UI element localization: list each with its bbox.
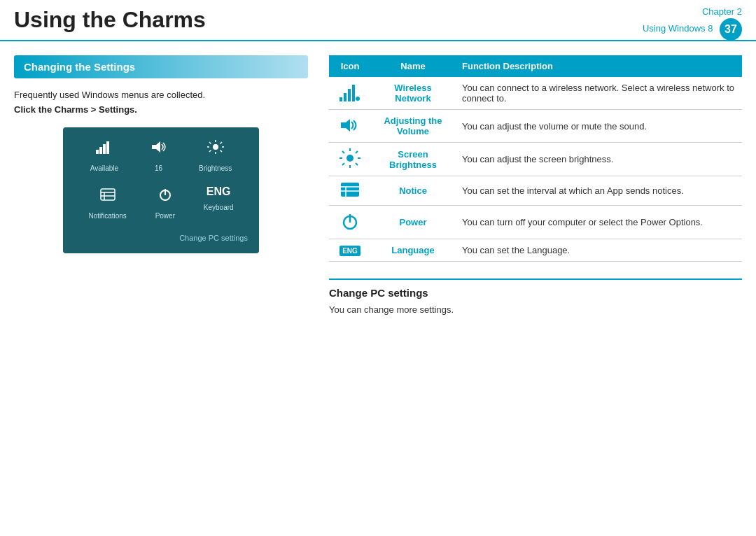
- desc-cell-brightness: You can adjust the screen brightness.: [455, 143, 742, 176]
- icon-cell-language: ENG: [329, 239, 371, 262]
- settings-item-available: Available: [90, 139, 118, 174]
- svg-line-13: [209, 150, 211, 153]
- svg-line-10: [209, 142, 211, 144]
- col-icon: Icon: [329, 55, 371, 77]
- settings-item-keyboard-label: Keyboard: [204, 204, 234, 211]
- svg-rect-35: [341, 183, 359, 197]
- brightness-icon-mock: [199, 139, 232, 158]
- settings-item-power-label: Power: [155, 212, 175, 220]
- table-header-row: Icon Name Function Description: [329, 55, 742, 77]
- icon-cell-power: [329, 206, 371, 239]
- icon-cell-brightness: [329, 143, 371, 176]
- bottom-section: Change PC settings You can change more s…: [329, 278, 742, 315]
- brightness-icon: [340, 160, 360, 170]
- col-name: Name: [371, 55, 455, 77]
- name-cell-language: Language: [371, 239, 455, 262]
- settings-item-volume-label: 16: [155, 164, 162, 172]
- settings-item-power: Power: [155, 186, 175, 221]
- svg-line-33: [356, 151, 358, 153]
- desc-cell-wifi: You can connect to a wireless network. S…: [455, 77, 742, 110]
- intro-bold: Charms > Settings: [55, 104, 135, 115]
- col-description: Function Description: [455, 55, 742, 77]
- name-cell-notice: Notice: [371, 176, 455, 206]
- table-row: ScreenBrightness You can adjust the scre…: [329, 143, 742, 176]
- svg-point-5: [213, 144, 218, 150]
- svg-rect-3: [106, 141, 109, 154]
- name-cell-brightness: ScreenBrightness: [371, 143, 455, 176]
- table-row: WirelessNetwork You can connect to a wir…: [329, 77, 742, 110]
- wifi-icon: [338, 93, 362, 104]
- chapter-number: 37: [720, 18, 742, 41]
- desc-cell-power: You can turn off your computer or select…: [455, 206, 742, 239]
- name-cell-power: Power: [371, 206, 455, 239]
- svg-rect-1: [99, 147, 102, 154]
- icon-cell-notice: [329, 176, 371, 206]
- table-row: Power You can turn off your computer or …: [329, 206, 742, 239]
- chapter-info: Chapter 2 Using Windows 8 37: [643, 6, 742, 41]
- signal-icon: [90, 139, 118, 158]
- name-cell-wifi: WirelessNetwork: [371, 77, 455, 110]
- bottom-text: You can change more settings.: [329, 304, 742, 315]
- settings-item-notifications-label: Notifications: [88, 212, 126, 220]
- svg-rect-2: [103, 144, 106, 154]
- keyboard-icon-mock: ENG: [204, 186, 234, 197]
- svg-line-12: [220, 142, 222, 144]
- settings-item-volume: 16: [150, 139, 167, 174]
- svg-rect-20: [340, 97, 342, 101]
- settings-item-notifications: Notifications: [88, 186, 126, 221]
- table-row: Adjusting theVolume You can adjust the v…: [329, 110, 742, 143]
- desc-cell-volume: You can adjust the volume or mute the so…: [455, 110, 742, 143]
- svg-line-31: [342, 151, 344, 153]
- svg-rect-14: [101, 189, 115, 200]
- settings-item-keyboard: ENG Keyboard: [204, 186, 234, 221]
- settings-item-brightness-label: Brightness: [199, 164, 232, 172]
- name-cell-volume: Adjusting theVolume: [371, 110, 455, 143]
- page-title: Using the Charms: [14, 7, 206, 33]
- chapter-label: Chapter 2: [702, 6, 742, 17]
- settings-row-2: Notifications Power ENG Keyboard: [74, 186, 248, 221]
- table-row: ENG Language You can set the Language.: [329, 239, 742, 262]
- svg-rect-23: [352, 85, 355, 101]
- svg-line-32: [356, 163, 358, 165]
- power-icon-mock: [155, 186, 175, 206]
- icon-cell-volume: [329, 110, 371, 143]
- svg-rect-21: [344, 93, 346, 101]
- svg-point-26: [346, 155, 354, 162]
- svg-rect-0: [96, 150, 99, 154]
- svg-line-11: [220, 150, 222, 153]
- main-content: Changing the Settings Frequently used Wi…: [0, 41, 756, 528]
- svg-marker-4: [152, 141, 160, 153]
- chapter-sublabel: Using Windows 8: [643, 24, 713, 34]
- section-heading: Changing the Settings: [14, 55, 308, 78]
- desc-cell-notice: You can set the interval at which an App…: [455, 176, 742, 206]
- icon-cell-wifi: [329, 77, 371, 110]
- settings-screen-mock: Available 16: [63, 127, 259, 253]
- settings-footer: Change PC settings: [74, 234, 248, 242]
- language-icon: ENG: [340, 246, 360, 256]
- svg-point-24: [356, 97, 360, 101]
- bottom-title: Change PC settings: [329, 287, 742, 299]
- svg-rect-22: [348, 89, 351, 101]
- power-icon: [340, 223, 360, 233]
- intro-line1: Frequently used Windows menus are collec…: [14, 90, 308, 100]
- settings-item-brightness: Brightness: [199, 139, 232, 174]
- notice-icon: [340, 189, 360, 199]
- right-column: Icon Name Function Description: [329, 55, 742, 514]
- notifications-icon-mock: [88, 186, 126, 206]
- intro-prefix: Click the: [14, 104, 55, 115]
- table-row: Notice You can set the interval at which…: [329, 176, 742, 206]
- svg-line-34: [342, 163, 344, 165]
- intro-line2: Click the Charms > Settings.: [14, 104, 308, 115]
- settings-item-available-label: Available: [90, 164, 118, 172]
- left-column: Changing the Settings Frequently used Wi…: [14, 55, 308, 514]
- info-table: Icon Name Function Description: [329, 55, 742, 262]
- volume-icon-mock: [150, 139, 167, 158]
- svg-marker-25: [341, 119, 350, 132]
- desc-cell-language: You can set the Language.: [455, 239, 742, 262]
- settings-row-1: Available 16: [74, 139, 248, 174]
- volume-icon: [340, 125, 360, 136]
- intro-suffix: .: [134, 104, 137, 115]
- page-header: Using the Charms Chapter 2 Using Windows…: [0, 0, 756, 41]
